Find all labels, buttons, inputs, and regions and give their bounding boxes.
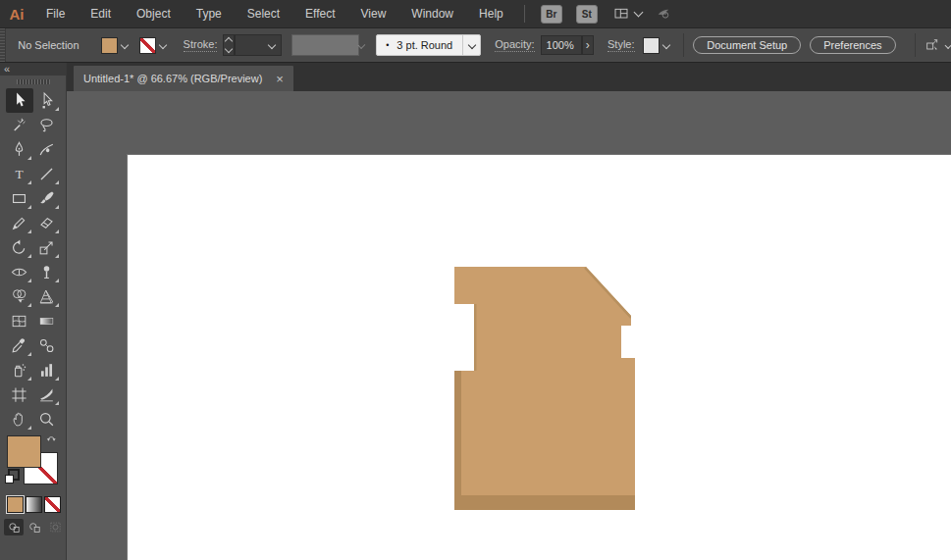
preferences-button[interactable]: Preferences — [810, 36, 895, 54]
pencil-tool[interactable] — [6, 211, 33, 235]
mesh-tool[interactable] — [6, 309, 33, 333]
menu-item-effect[interactable]: Effect — [292, 0, 347, 27]
tools-grid: T — [0, 84, 66, 432]
magic-wand-tool[interactable] — [6, 113, 33, 137]
select-similar-chevron-icon[interactable] — [945, 41, 951, 49]
menu-item-help[interactable]: Help — [466, 0, 516, 27]
stroke-color-control — [139, 37, 170, 54]
fill-indicator[interactable] — [7, 435, 41, 468]
color-mode-button[interactable] — [7, 496, 24, 513]
menu-item-object[interactable]: Object — [124, 0, 184, 27]
type-tool[interactable]: T — [6, 162, 33, 186]
shape-builder-tool[interactable] — [6, 284, 33, 309]
fill-chevron-icon[interactable] — [118, 37, 132, 54]
none-mode-button[interactable] — [44, 496, 61, 513]
illustrator-window: Ai FileEditObjectTypeSelectEffectViewWin… — [0, 0, 951, 560]
brush-preview — [291, 34, 359, 56]
paintbrush-tool[interactable] — [33, 186, 61, 211]
lasso-tool[interactable] — [33, 113, 61, 137]
menu-bar: Ai FileEditObjectTypeSelectEffectViewWin… — [0, 0, 951, 28]
svg-text:T: T — [15, 167, 23, 181]
tab-close-icon[interactable]: × — [276, 72, 284, 86]
zoom-tool[interactable] — [33, 407, 61, 432]
fill-color-control — [101, 37, 132, 54]
style-control — [643, 37, 673, 54]
menu-items: FileEditObjectTypeSelectEffectViewWindow… — [33, 0, 516, 27]
document-setup-button[interactable]: Document Setup — [693, 36, 801, 54]
menu-item-file[interactable]: File — [33, 0, 78, 27]
color-mode-row — [0, 496, 66, 513]
tools-panel-header: « — [0, 63, 66, 76]
bridge-button[interactable]: Br — [541, 5, 562, 24]
eyedropper-tool[interactable] — [6, 333, 33, 358]
slice-tool[interactable] — [33, 382, 61, 407]
selection-tool[interactable] — [6, 88, 33, 113]
brush-definition-value: 3 pt. Round — [396, 39, 452, 51]
style-label[interactable]: Style: — [608, 38, 635, 52]
style-swatch[interactable] — [643, 37, 660, 54]
menu-item-edit[interactable]: Edit — [78, 0, 124, 27]
opacity-label[interactable]: Opacity: — [495, 38, 534, 52]
pen-tool[interactable] — [6, 137, 33, 162]
control-divider — [683, 33, 684, 57]
control-divider-2 — [915, 33, 916, 57]
workspace-layout-icon[interactable] — [613, 6, 629, 22]
artboard-tool[interactable] — [6, 382, 33, 407]
menu-item-select[interactable]: Select — [235, 0, 292, 27]
menu-item-type[interactable]: Type — [184, 0, 235, 27]
gradient-mode-button[interactable] — [26, 496, 42, 513]
style-chevron-icon[interactable] — [660, 37, 673, 54]
draw-behind-button[interactable] — [25, 519, 44, 535]
illustrator-logo[interactable]: Ai — [0, 6, 33, 23]
brush-preview-chevron-icon — [358, 41, 366, 49]
line-segment-tool[interactable] — [33, 162, 61, 186]
blend-tool[interactable] — [33, 333, 61, 358]
swap-fill-stroke-icon[interactable] — [45, 433, 60, 448]
perspective-grid-tool[interactable] — [33, 284, 61, 309]
puppet-warp-tool[interactable] — [33, 260, 61, 284]
curvature-tool[interactable] — [33, 137, 61, 162]
gradient-tool[interactable] — [33, 309, 61, 333]
hand-tool[interactable] — [6, 407, 33, 432]
fill-stroke-controls — [0, 435, 66, 492]
eraser-tool[interactable] — [33, 211, 61, 235]
control-bar-grip[interactable] — [0, 28, 6, 62]
select-similar-icon[interactable] — [925, 37, 940, 53]
draw-normal-button[interactable] — [4, 519, 24, 535]
symbol-sprayer-tool[interactable] — [6, 358, 33, 382]
scale-tool[interactable] — [33, 235, 61, 260]
collapse-panel-button[interactable]: « — [4, 64, 10, 75]
workspace-chevron-icon[interactable] — [633, 8, 643, 18]
default-fill-stroke-icon[interactable] — [5, 469, 20, 484]
opacity-options-button[interactable]: › — [582, 35, 594, 55]
menu-divider — [524, 5, 525, 23]
gpu-performance-icon[interactable] — [656, 6, 671, 22]
document-tab[interactable]: Untitled-1* @ 66.67% (RGB/Preview) × — [74, 66, 293, 91]
menu-item-view[interactable]: View — [348, 0, 399, 27]
brush-definition-select[interactable]: • 3 pt. Round — [376, 34, 481, 56]
rotate-tool[interactable] — [6, 235, 33, 260]
column-graph-tool[interactable] — [33, 358, 61, 382]
stroke-swatch[interactable] — [139, 37, 156, 54]
rectangle-tool[interactable] — [6, 186, 33, 211]
control-bar: No Selection Stroke: • 3 pt. Round Opaci… — [0, 28, 951, 63]
tools-panel: « T — [0, 63, 67, 560]
stroke-chevron-icon[interactable] — [156, 37, 170, 54]
menu-item-window[interactable]: Window — [398, 0, 466, 27]
stock-button[interactable]: St — [576, 5, 598, 24]
stroke-weight-label[interactable]: Stroke: — [184, 38, 218, 52]
draw-mode-row — [0, 519, 66, 535]
brush-dot-icon: • — [386, 40, 389, 50]
stroke-weight-stepper[interactable] — [223, 34, 235, 56]
brush-definition-chevron-icon[interactable] — [462, 35, 480, 55]
stroke-weight-select[interactable] — [235, 34, 282, 56]
direct-selection-tool[interactable] — [33, 88, 61, 113]
sd-card-shape[interactable] — [67, 91, 951, 560]
draw-inside-button[interactable] — [45, 519, 65, 535]
width-tool[interactable] — [6, 260, 33, 284]
fill-swatch[interactable] — [101, 37, 118, 54]
document-tab-bar: Untitled-1* @ 66.67% (RGB/Preview) × — [67, 63, 951, 91]
canvas[interactable] — [67, 91, 951, 560]
document-tab-title: Untitled-1* @ 66.67% (RGB/Preview) — [83, 73, 262, 84]
opacity-input[interactable] — [541, 35, 582, 55]
